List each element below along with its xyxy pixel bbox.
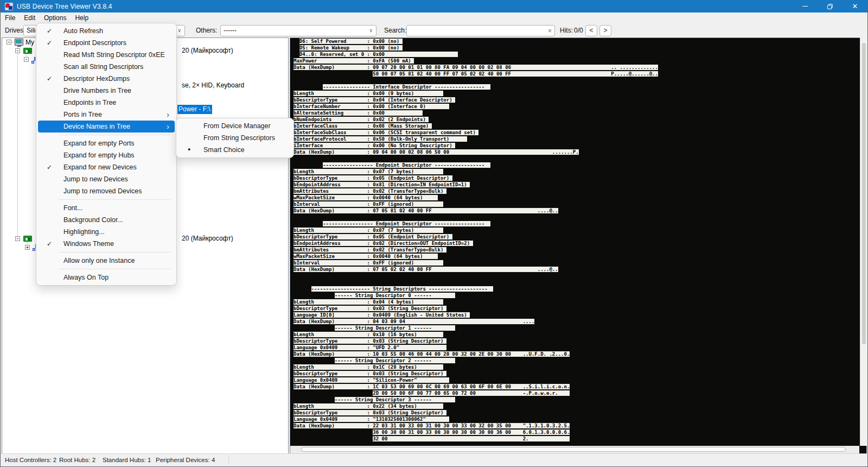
descriptor-line: Data (HexDump) : 07 05 81 02 40 00 FF ..… — [293, 208, 658, 214]
minimize-button[interactable] — [793, 0, 818, 12]
menu-item-expand-for-empty-ports[interactable]: Expand for empty Ports — [38, 137, 175, 149]
menu-item-label: Highlighting... — [63, 228, 105, 236]
menu-help[interactable]: Help — [71, 13, 93, 23]
descriptor-line: 32 00 2. — [293, 436, 658, 443]
menu-item-label: Auto Refresh — [63, 27, 103, 35]
menu-item-drive-numbers-in-tree[interactable]: Drive Numbers in Tree — [38, 85, 175, 97]
menu-item-label: Always On Top — [63, 274, 108, 281]
menu-item-font[interactable]: Font... — [38, 202, 175, 214]
descriptor-line: bmAttributes : 0x02 (TransferType=Bulk) — [293, 247, 658, 254]
status-host-controllers: Host Controllers: 2 — [5, 457, 56, 463]
descriptor-line: Language ID[0] : 0x0409 (English - Unite… — [293, 312, 658, 319]
horizontal-scrollbar-thumb[interactable] — [301, 447, 846, 452]
close-button[interactable]: ✕ — [843, 0, 867, 12]
clear-search-icon[interactable]: × — [548, 26, 552, 36]
menu-item-jump-to-removed-devices[interactable]: Jump to removed Devices — [38, 185, 175, 197]
menu-item-highlighting[interactable]: Highlighting... — [38, 226, 175, 238]
menu-edit[interactable]: Edit — [20, 13, 40, 23]
menu-item-label: Windows Theme — [63, 240, 114, 248]
menu-item-smart-choice[interactable]: ●Smart Choice — [178, 144, 292, 156]
horizontal-scrollbar[interactable] — [290, 446, 859, 453]
descriptor-line: wMaxPacketSize : 0x0040 (64 bytes) — [293, 254, 658, 260]
tree-expand-box[interactable]: - — [24, 57, 29, 62]
descriptor-line: -------------------- String Descriptors … — [293, 286, 658, 293]
tree-node-selected[interactable]: Power - F:\ — [177, 105, 212, 114]
menu-file[interactable]: File — [1, 13, 20, 23]
menu-separator — [38, 132, 175, 137]
descriptor-line: Language 0x0409 : "1310325601300062" — [293, 416, 658, 423]
descriptor-line: D6: Self Powered : 0x00 (no) — [293, 39, 658, 45]
descriptor-line: bAlternateSetting : 0x00 — [293, 110, 658, 117]
descriptor-line: Data (HexDump) : 22 03 31 00 33 00 31 00… — [293, 423, 658, 430]
menu-item-ports-in-tree[interactable]: Ports in Tree› — [38, 109, 175, 121]
descriptor-line: MaxPower : 0xFA (500 mA) — [293, 58, 658, 65]
menu-item-from-string-descriptors[interactable]: From String Descriptors — [178, 132, 292, 144]
menu-item-label: Drive Numbers in Tree — [63, 87, 131, 94]
descriptor-line: bDescriptorType : 0x03 (String Descripto… — [293, 306, 658, 312]
menu-item-endpoint-descriptors[interactable]: ✓Endpoint Descriptors — [38, 37, 175, 49]
menu-item-background-color[interactable]: Background Color... — [38, 214, 175, 226]
menu-item-label: Jump to new Devices — [63, 175, 128, 183]
others-combobox[interactable]: ------ ∨ — [220, 25, 376, 36]
menu-item-from-device-manager[interactable]: From Device Manager — [178, 120, 292, 132]
host-controller-icon — [23, 48, 32, 54]
tree-expand-box[interactable]: - — [15, 236, 20, 241]
descriptor-detail-panel[interactable]: D6: Self Powered : 0x00 (no) D5: Remote … — [290, 37, 867, 454]
tree-node-label-fragment[interactable]: 20 (Майкрософт) — [182, 47, 233, 54]
menu-options[interactable]: Options — [40, 13, 71, 23]
checkmark-icon: ✓ — [47, 161, 52, 173]
menu-item-label: Background Color... — [63, 216, 123, 224]
submenu-arrow-icon: › — [167, 109, 169, 121]
menu-item-scan-all-string-descriptors[interactable]: Scan all String Descriptors — [38, 61, 175, 73]
vertical-scrollbar-thumb[interactable] — [862, 43, 866, 344]
status-peripheral-devices: Peripheral Devices: 4 — [156, 457, 215, 463]
tree-expand-box[interactable]: + — [25, 245, 30, 250]
menu-item-descriptor-hexdumps[interactable]: ✓Descriptor HexDumps — [38, 73, 175, 85]
menu-item-allow-only-one-instance[interactable]: Allow only one Instance — [38, 255, 175, 267]
descriptor-line: Language 0x0409 : "UFD 2.0" — [293, 345, 658, 351]
tree-expand-box[interactable]: - — [15, 48, 20, 53]
menu-item-label: From Device Manager — [203, 122, 271, 130]
menu-item-auto-refresh[interactable]: ✓Auto Refresh — [38, 25, 175, 37]
descriptor-line: bLength : 0x07 (7 bytes) — [293, 228, 658, 234]
previous-hit-button[interactable]: < — [585, 25, 597, 36]
descriptor-line: bmAttributes : 0x02 (TransferType=Bulk) — [293, 188, 658, 195]
tree-node-label-fragment[interactable]: se, 2× HID, Keyboard — [182, 81, 244, 89]
search-input[interactable]: × — [406, 25, 555, 36]
restore-button[interactable] — [818, 0, 843, 12]
descriptor-line: bLength : 0x10 (16 bytes) — [293, 332, 658, 338]
descriptor-line: bInterval : 0xFF (ignored) — [293, 201, 658, 208]
menubar: File Edit Options Help — [1, 12, 867, 23]
descriptor-line: ----------------- Endpoint Descriptor --… — [293, 162, 658, 169]
descriptor-line: bLength : 0x04 (4 bytes) — [293, 299, 658, 306]
next-hit-button[interactable]: > — [599, 25, 611, 36]
search-label: Search: — [384, 27, 406, 34]
menu-item-label: Expand for empty Ports — [63, 140, 135, 147]
descriptor-line: D4..0: Reserved, set 0 : 0x00 — [293, 52, 658, 58]
vertical-scrollbar[interactable] — [860, 37, 867, 446]
device-names-submenu-popup: From Device ManagerFrom String Descripto… — [176, 118, 294, 158]
menu-item-windows-theme[interactable]: ✓Windows Theme — [38, 238, 175, 250]
menu-item-device-names-in-tree[interactable]: Device Names in Tree› — [38, 121, 175, 132]
status-root-hubs: Root Hubs: 2 — [59, 457, 95, 463]
tree-node-label-fragment[interactable]: 20 (Майкрософт) — [182, 235, 233, 242]
descriptor-line: ------ String Descriptor 2 ------ — [293, 358, 658, 364]
menu-item-always-on-top[interactable]: Always On Top — [38, 272, 175, 283]
descriptor-line: bInterfaceProtocol : 0x50 (Bulk-Only Tra… — [293, 136, 658, 143]
descriptor-line: ------ String Descriptor 0 ------ — [293, 293, 658, 299]
menu-item-label: From String Descriptors — [203, 134, 275, 142]
status-standard-hubs: Standard Hubs: 1 — [103, 457, 151, 463]
descriptor-line: bInterfaceNumber : 0x00 (Interface 0) — [293, 104, 658, 110]
menu-item-jump-to-new-devices[interactable]: Jump to new Devices — [38, 173, 175, 185]
menu-item-endpoints-in-tree[interactable]: Endpoints in Tree — [38, 97, 175, 109]
others-label: Others: — [196, 27, 217, 34]
minimize-icon — [802, 6, 808, 7]
radio-bullet-icon: ● — [188, 143, 190, 155]
menu-item-expand-for-new-devices[interactable]: ✓Expand for new Devices — [38, 161, 175, 173]
menu-item-read-msft-string-descriptor-0xee[interactable]: Read Msft String Descriptor 0xEE — [38, 49, 175, 61]
checkmark-icon: ✓ — [47, 25, 52, 37]
tree-expand-box[interactable]: - — [7, 40, 11, 45]
menu-item-expand-for-empty-hubs[interactable]: Expand for empty Hubs — [38, 149, 175, 161]
status-divider — [228, 456, 229, 465]
descriptor-line: Data (HexDump) : 09 04 00 00 02 08 06 50… — [293, 149, 658, 156]
